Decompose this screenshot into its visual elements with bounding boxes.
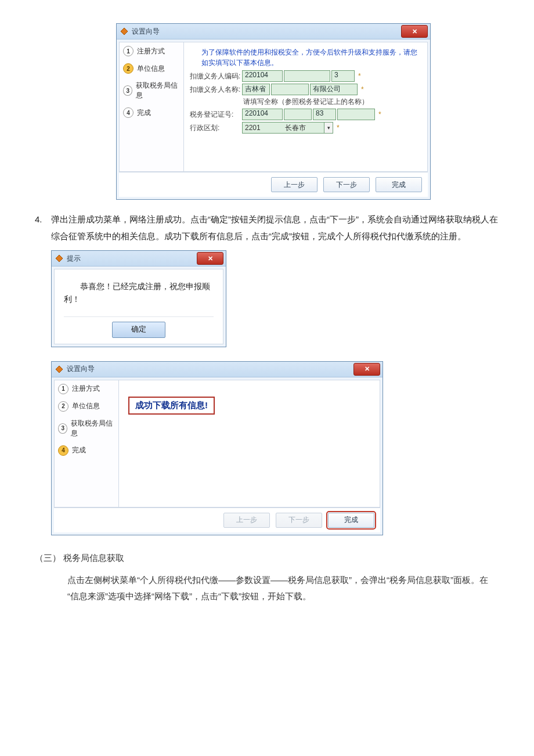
step-number: 2	[58, 401, 68, 412]
wizard-step-finish[interactable]: 4 完成	[55, 442, 118, 459]
step-label: 注册方式	[137, 46, 165, 56]
withholder-name-input-a[interactable]: 吉林省	[242, 84, 270, 95]
district-code: 2201	[243, 124, 267, 132]
tax-reg-input-a[interactable]: 220104	[242, 109, 283, 120]
withholder-name-hint: 请填写全称（参照税务登记证上的名称）	[243, 97, 421, 107]
intro-text: 为了保障软件的使用和报税安全，方便今后软件升级和支持服务，请您如实填写以下基本信…	[201, 47, 421, 68]
tax-reg-label: 税务登记证号:	[190, 110, 242, 120]
wizard-step-get-tax-info[interactable]: 3 获取税务局信息	[120, 77, 183, 104]
wizard-step-unit-info[interactable]: 2 单位信息	[55, 398, 118, 415]
wizard-step-register-method[interactable]: 1 注册方式	[120, 42, 183, 60]
titlebar: 设置向导 ✕	[52, 362, 383, 377]
wizard-step-nav: 1 注册方式 2 单位信息 3 获取税务局信息 4	[55, 380, 119, 507]
step-label: 完成	[137, 108, 151, 118]
withholder-name-input-b[interactable]	[271, 84, 309, 95]
finish-button[interactable]: 完成	[328, 513, 374, 528]
tax-reg-input-b[interactable]	[284, 109, 312, 120]
prompt-line-1: 恭喜您！已经完成注册，祝您申报顺	[64, 280, 214, 293]
wizard-step-register-method[interactable]: 1 注册方式	[55, 380, 118, 398]
finish-button[interactable]: 完成	[376, 177, 422, 192]
setup-wizard-window-2: 设置向导 ✕ 1 注册方式 2 单位信息 3	[51, 361, 383, 535]
step-number: 1	[58, 384, 68, 394]
wizard-step-unit-info[interactable]: 2 单位信息	[120, 60, 183, 77]
step-label: 注册方式	[72, 384, 100, 394]
titlebar: 提示 ✕	[52, 251, 226, 267]
wizard-step-nav: 1 注册方式 2 单位信息 3 获取税务局信息 4	[120, 42, 184, 171]
step-number: 3	[123, 85, 132, 96]
tax-reg-input-d[interactable]	[337, 109, 375, 120]
ok-button[interactable]: 确定	[112, 322, 165, 338]
close-button[interactable]: ✕	[353, 363, 380, 376]
window-title: 设置向导	[67, 364, 95, 374]
step-label: 完成	[72, 445, 86, 455]
close-button[interactable]: ✕	[401, 25, 428, 38]
app-diamond-icon	[120, 27, 128, 35]
tax-reg-input-c[interactable]: 83	[313, 109, 336, 120]
section-paragraph: 点击左侧树状菜单“个人所得税代扣代缴——参数设置——税务局信息获取”，会弹出“税…	[67, 572, 499, 605]
step-label: 单位信息	[137, 64, 165, 74]
required-mark: *	[361, 85, 364, 93]
wizard-step-finish[interactable]: 4 完成	[120, 104, 183, 121]
close-button[interactable]: ✕	[197, 252, 223, 265]
ordered-list-item-4: 4. 弹出注册成功菜单，网络注册成功。点击“确定”按钮关闭提示信息，点击“下一步…	[35, 211, 499, 244]
withholder-code-input-b[interactable]	[284, 70, 330, 82]
district-label: 行政区划:	[190, 123, 242, 133]
wizard-step-get-tax-info[interactable]: 3 获取税务局信息	[55, 415, 118, 442]
step-label: 获取税务局信息	[71, 419, 115, 438]
app-diamond-icon	[55, 254, 63, 262]
step-label: 单位信息	[72, 401, 100, 411]
svg-marker-2	[56, 366, 63, 373]
wizard-content: 成功下载所有信息!	[119, 380, 380, 507]
window-title: 提示	[67, 254, 81, 264]
step-label: 获取税务局信息	[136, 81, 180, 100]
required-mark: *	[358, 72, 361, 80]
step-number: 3	[58, 423, 67, 434]
withholder-code-label: 扣缴义务人编码:	[190, 71, 242, 81]
required-mark: *	[378, 110, 381, 118]
svg-marker-1	[56, 255, 63, 262]
list-text: 弹出注册成功菜单，网络注册成功。点击“确定”按钮关闭提示信息，点击“下一步”，系…	[51, 211, 499, 244]
required-mark: *	[337, 124, 340, 132]
prompt-dialog: 提示 ✕ 恭喜您！已经完成注册，祝您申报顺 利！ 确定	[51, 250, 226, 347]
app-diamond-icon	[55, 365, 63, 373]
prompt-line-2: 利！	[64, 293, 214, 305]
svg-marker-0	[121, 28, 128, 35]
prev-button[interactable]: 上一步	[271, 177, 317, 192]
wizard-content: 为了保障软件的使用和报税安全，方便今后软件升级和支持服务，请您如实填写以下基本信…	[184, 42, 427, 171]
wizard-button-row: 上一步 下一步 完成	[54, 507, 380, 532]
chevron-down-icon[interactable]: ▾	[324, 123, 333, 133]
step-number: 1	[123, 46, 134, 56]
window-title: 设置向导	[132, 27, 160, 37]
step-number: 2	[123, 63, 134, 74]
withholder-code-input-a[interactable]: 220104	[242, 70, 283, 82]
prompt-message: 恭喜您！已经完成注册，祝您申报顺 利！ 确定	[54, 269, 223, 344]
section-heading: （三） 税务局信息获取	[35, 553, 499, 564]
withholder-name-label: 扣缴义务人名称:	[190, 85, 242, 95]
next-button: 下一步	[276, 513, 322, 528]
district-name: 长春市	[267, 123, 324, 133]
success-message: 成功下载所有信息!	[128, 397, 215, 415]
wizard-button-row: 上一步 下一步 完成	[119, 172, 428, 197]
district-dropdown[interactable]: 2201 长春市 ▾	[242, 122, 333, 134]
next-button[interactable]: 下一步	[323, 177, 370, 192]
step-number: 4	[58, 445, 68, 456]
setup-wizard-window-1: 设置向导 ✕ 1 注册方式 2 单位信息 3	[116, 23, 431, 200]
withholder-code-input-c[interactable]: 3	[331, 70, 355, 82]
titlebar: 设置向导 ✕	[117, 24, 430, 39]
list-number: 4.	[35, 211, 51, 244]
step-number: 4	[123, 107, 134, 118]
withholder-name-input-c[interactable]: 有限公司	[310, 84, 358, 95]
prev-button: 上一步	[223, 513, 270, 528]
